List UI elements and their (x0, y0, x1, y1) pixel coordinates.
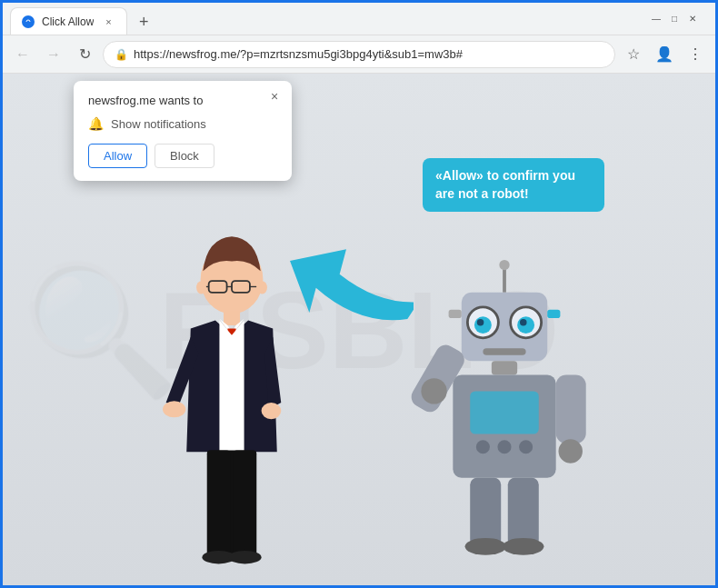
page-background: FISBLO 🔍 «Allow» to confirm you are not … (3, 74, 715, 585)
illustration-scene: «Allow» to confirm you are not a robot! (86, 149, 632, 585)
svg-point-42 (503, 538, 543, 555)
block-button[interactable]: Block (155, 144, 214, 168)
allow-button[interactable]: Allow (88, 144, 147, 168)
reload-button[interactable]: ↻ (72, 42, 97, 67)
svg-point-10 (163, 401, 185, 417)
forward-button[interactable]: → (41, 42, 66, 67)
svg-rect-37 (556, 374, 586, 443)
svg-point-25 (520, 319, 527, 326)
svg-rect-40 (508, 478, 539, 547)
svg-point-16 (228, 551, 261, 563)
bell-icon: 🔔 (88, 116, 104, 131)
svg-point-18 (499, 260, 509, 270)
page-content: FISBLO 🔍 «Allow» to confirm you are not … (3, 74, 715, 585)
profile-button[interactable]: 👤 (652, 42, 677, 67)
window-controls: — □ ✕ (650, 13, 699, 25)
tab-bar: Click Allow × + (10, 3, 650, 35)
notification-label: Show notifications (111, 117, 206, 131)
svg-rect-13 (207, 451, 230, 558)
svg-point-22 (474, 316, 492, 334)
close-button[interactable]: ✕ (686, 13, 699, 25)
svg-point-0 (24, 17, 33, 26)
address-bar: ← → ↻ 🔒 https://newsfrog.me/?p=mzrtsnzsm… (3, 35, 715, 74)
lock-icon: 🔒 (115, 48, 128, 61)
tab-close-button[interactable]: × (101, 15, 115, 29)
popup-title: newsfrog.me wants to (88, 94, 277, 107)
browser-tab[interactable]: Click Allow × (10, 7, 127, 35)
browser-frame: Click Allow × + — □ ✕ ← → ↻ 🔒 https://ne… (3, 3, 715, 585)
svg-point-38 (559, 439, 583, 463)
popup-close-button[interactable]: × (266, 88, 283, 105)
back-button[interactable]: ← (10, 42, 35, 67)
svg-rect-28 (547, 310, 560, 318)
tab-favicon (22, 15, 35, 28)
maximize-button[interactable]: □ (668, 13, 681, 25)
svg-rect-26 (483, 348, 525, 355)
title-bar: Click Allow × + — □ ✕ (3, 3, 715, 35)
popup-notification-row: 🔔 Show notifications (88, 116, 277, 131)
new-tab-button[interactable]: + (131, 9, 156, 35)
svg-rect-27 (449, 310, 462, 318)
person-illustration (141, 222, 323, 567)
svg-point-41 (465, 538, 506, 555)
svg-rect-29 (492, 361, 517, 374)
svg-point-23 (517, 316, 534, 334)
url-text: https://newsfrog.me/?p=mzrtsnzsmu5gi3bpg… (134, 47, 603, 61)
popup-buttons: Allow Block (88, 144, 277, 168)
tab-title: Click Allow (42, 15, 94, 28)
bookmark-button[interactable]: ☆ (621, 42, 646, 67)
speech-bubble: «Allow» to confirm you are not a robot! (423, 158, 604, 212)
svg-point-36 (421, 378, 446, 404)
svg-point-24 (477, 319, 484, 326)
svg-point-32 (476, 440, 490, 453)
svg-rect-39 (470, 478, 501, 547)
svg-point-7 (196, 281, 206, 294)
svg-point-8 (257, 281, 267, 294)
svg-rect-14 (234, 451, 256, 558)
svg-rect-9 (224, 311, 240, 325)
minimize-button[interactable]: — (650, 13, 663, 25)
menu-button[interactable]: ⋮ (683, 42, 708, 67)
url-bar[interactable]: 🔒 https://newsfrog.me/?p=mzrtsnzsmu5gi3b… (103, 41, 615, 68)
robot-illustration (404, 258, 604, 567)
svg-rect-31 (470, 391, 539, 434)
speech-bubble-text: «Allow» to confirm you are not a robot! (435, 167, 592, 203)
notification-popup: newsfrog.me wants to × 🔔 Show notificati… (74, 81, 292, 181)
svg-point-33 (497, 440, 511, 453)
svg-point-34 (519, 440, 533, 453)
svg-point-11 (262, 403, 282, 419)
